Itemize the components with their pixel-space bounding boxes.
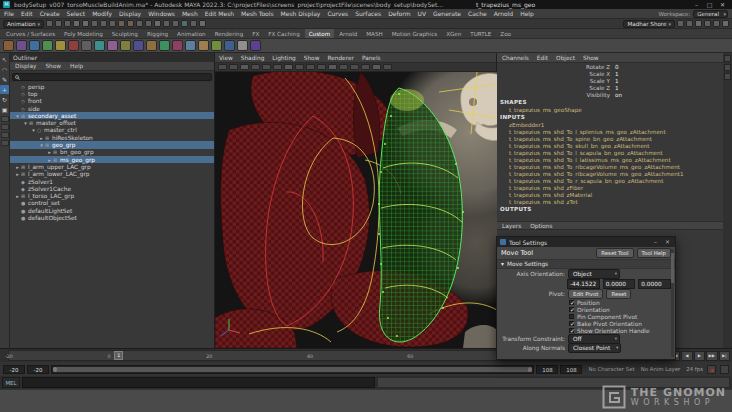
channel-attr-row[interactable]: Scale X 1	[497, 70, 723, 77]
shelf-tab[interactable]: MASH	[362, 29, 386, 38]
attr-value[interactable]: on	[615, 92, 622, 98]
status-icon[interactable]	[91, 20, 98, 27]
menu-item[interactable]: File	[4, 10, 14, 17]
outliner-item[interactable]: ◇ top	[10, 90, 214, 97]
layout-single-pane-button[interactable]	[1, 116, 9, 122]
outliner-item[interactable]: ▸ ⊞ ms_geo_grp	[10, 156, 214, 163]
status-icon[interactable]	[82, 20, 89, 27]
expand-arrow-icon[interactable]: ▾	[22, 120, 29, 126]
viewport-toolbar-icon[interactable]	[339, 64, 348, 70]
status-icon[interactable]	[154, 20, 161, 27]
expand-arrow-icon[interactable]: ▸	[14, 193, 21, 199]
input-node[interactable]: t_trapezius_ms_shd_To_ribcageVolume_ms_g…	[497, 163, 723, 170]
viewport-toolbar-icon[interactable]	[328, 64, 337, 70]
menu-item[interactable]: Create	[40, 10, 60, 17]
channel-box-tab-icon[interactable]	[724, 55, 731, 62]
close-button[interactable]: ✕	[663, 239, 672, 245]
menu-item[interactable]: Generate	[433, 10, 461, 17]
expand-arrow-icon[interactable]: ▸	[14, 164, 21, 170]
sidebar-toggle-icon[interactable]	[686, 20, 693, 27]
shelf-tab[interactable]: Rigging	[143, 29, 172, 38]
status-icon[interactable]	[46, 20, 53, 27]
expand-arrow-icon[interactable]: ▸	[46, 149, 53, 155]
input-node[interactable]: t_trapezius_ms_shd_To_l_latissimus_ms_ge…	[497, 156, 723, 163]
viewport-toolbar-icon[interactable]	[372, 64, 381, 70]
reset-tool-button[interactable]: Reset Tool	[596, 248, 633, 258]
outliner-item[interactable]: ▸ ⊞ l_torso_LAC_grp	[10, 192, 214, 199]
fps-indicator[interactable]: 24 fps	[686, 366, 703, 372]
outliner-item[interactable]: ◆ zSolver1Cache	[10, 185, 214, 192]
checkbox[interactable]	[569, 328, 574, 333]
expand-arrow-icon[interactable]: ▾	[38, 142, 45, 148]
shelf-icon[interactable]	[224, 40, 235, 51]
outliner-menu-item[interactable]: Help	[70, 63, 83, 69]
menu-item[interactable]: Windows	[148, 10, 175, 17]
status-icon[interactable]	[100, 20, 107, 27]
attr-value[interactable]: 0	[615, 64, 619, 70]
animation-end-field[interactable]: 108	[560, 365, 582, 374]
layout-four-pane-button[interactable]	[1, 124, 9, 130]
menu-item[interactable]: Arnold	[494, 10, 513, 17]
shelf-icon[interactable]	[237, 40, 248, 51]
shelf-icon[interactable]	[146, 40, 157, 51]
range-slider-handle[interactable]	[53, 367, 532, 372]
menu-item[interactable]: Cache	[468, 10, 487, 17]
viewport-menu-item[interactable]: Show	[304, 55, 320, 61]
input-node[interactable]: t_trapezius_ms_shd_zFiber	[497, 184, 723, 191]
shelf-tab[interactable]: Motion Graphics	[388, 29, 441, 38]
viewport-toolbar-icon[interactable]	[317, 64, 326, 70]
tool-settings-tab-icon[interactable]	[724, 73, 731, 80]
shelf-icon[interactable]	[159, 40, 170, 51]
menu-item[interactable]: UV	[418, 10, 427, 17]
outliner-item[interactable]: ◇ side	[10, 105, 214, 112]
playback-button[interactable]: ▶	[694, 351, 706, 361]
axis-orientation-dropdown[interactable]: Object	[568, 269, 620, 279]
tool-button[interactable]: ↖	[0, 55, 9, 64]
shelf-tab[interactable]: FX	[248, 29, 263, 38]
shape-node[interactable]: t_trapezius_ms_geoShape	[497, 106, 723, 113]
tool-button[interactable]: ✎	[0, 75, 9, 84]
auto-key-button[interactable]	[707, 365, 716, 374]
checkbox-row[interactable]: Bake Pivot Orientation	[497, 320, 675, 327]
status-icon[interactable]	[127, 20, 134, 27]
status-dropdown[interactable]: Madhar Shore▾	[623, 20, 675, 28]
attr-value[interactable]: 1	[615, 71, 619, 77]
viewport-toolbar-icon[interactable]	[350, 64, 359, 70]
menu-item[interactable]: Edit Mesh	[205, 10, 234, 17]
outliner-item[interactable]: ● defaultObjectSet	[10, 214, 214, 221]
shelf-icon[interactable]	[185, 40, 196, 51]
status-icon[interactable]	[199, 20, 206, 27]
channel-attr-row[interactable]: Scale Z 1	[497, 84, 723, 91]
maximize-button[interactable]: □	[703, 1, 716, 8]
status-icon[interactable]	[64, 20, 71, 27]
outliner-item[interactable]: ◇ persp	[10, 83, 214, 90]
menu-item[interactable]: Select	[67, 10, 86, 17]
menu-item[interactable]: Help	[520, 10, 534, 17]
status-icon[interactable]	[109, 20, 116, 27]
shelf-tab[interactable]: XGen	[442, 29, 465, 38]
outliner-item[interactable]: ▸ ⊞ hiResSkeleton	[10, 134, 214, 141]
shelf-icon[interactable]	[42, 40, 53, 51]
channel-attr-row[interactable]: Rotate Z 0	[497, 63, 723, 70]
playback-start-field[interactable]: -20	[27, 365, 49, 374]
channel-box-menu-item[interactable]: Show	[583, 55, 599, 61]
axis-value-field[interactable]: 0.0000	[603, 279, 636, 289]
scrollbar[interactable]	[671, 249, 674, 357]
tool-button[interactable]: +	[0, 85, 9, 94]
viewport-canvas[interactable]	[215, 72, 496, 348]
outliner-item[interactable]: ▸ ⊞ bn_geo_grp	[10, 149, 214, 156]
input-node[interactable]: t_trapezius_ms_shd_To_l_scapula_bn_geo_z…	[497, 149, 723, 156]
shelf-tab[interactable]: Rendering	[211, 29, 248, 38]
menu-item[interactable]: Mesh	[182, 10, 198, 17]
tool-button[interactable]: ▣	[0, 105, 9, 114]
status-icon[interactable]	[145, 20, 152, 27]
checkbox[interactable]	[569, 300, 574, 305]
checkbox-row[interactable]: Show Orientation Handle	[497, 327, 675, 334]
input-node[interactable]: t_trapezius_ms_shd_zMaterial	[497, 191, 723, 198]
expand-arrow-icon[interactable]: ▸	[38, 135, 45, 141]
expand-arrow-icon[interactable]: ▸	[46, 157, 53, 163]
playback-button[interactable]: ▶|	[719, 351, 731, 361]
expand-arrow-icon[interactable]: ▾	[14, 113, 21, 119]
shelf-icon[interactable]	[107, 40, 118, 51]
viewport-menu-item[interactable]: Renderer	[327, 55, 353, 61]
